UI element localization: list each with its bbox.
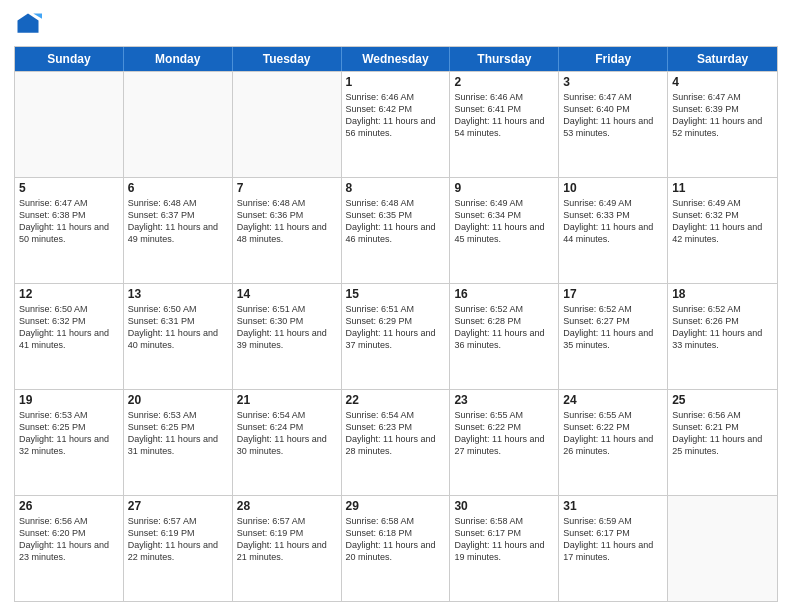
- calendar-cell: 30Sunrise: 6:58 AM Sunset: 6:17 PM Dayli…: [450, 496, 559, 601]
- calendar-cell: 22Sunrise: 6:54 AM Sunset: 6:23 PM Dayli…: [342, 390, 451, 495]
- day-info: Sunrise: 6:52 AM Sunset: 6:26 PM Dayligh…: [672, 303, 773, 352]
- day-info: Sunrise: 6:49 AM Sunset: 6:34 PM Dayligh…: [454, 197, 554, 246]
- calendar-cell: [233, 72, 342, 177]
- day-number: 3: [563, 75, 663, 89]
- day-number: 6: [128, 181, 228, 195]
- day-number: 10: [563, 181, 663, 195]
- calendar: SundayMondayTuesdayWednesdayThursdayFrid…: [14, 46, 778, 602]
- calendar-cell: 21Sunrise: 6:54 AM Sunset: 6:24 PM Dayli…: [233, 390, 342, 495]
- calendar-cell: 10Sunrise: 6:49 AM Sunset: 6:33 PM Dayli…: [559, 178, 668, 283]
- calendar-body: 1Sunrise: 6:46 AM Sunset: 6:42 PM Daylig…: [15, 71, 777, 601]
- day-info: Sunrise: 6:55 AM Sunset: 6:22 PM Dayligh…: [454, 409, 554, 458]
- day-number: 9: [454, 181, 554, 195]
- calendar-cell: 7Sunrise: 6:48 AM Sunset: 6:36 PM Daylig…: [233, 178, 342, 283]
- day-number: 4: [672, 75, 773, 89]
- calendar-cell: [668, 496, 777, 601]
- calendar-cell: 28Sunrise: 6:57 AM Sunset: 6:19 PM Dayli…: [233, 496, 342, 601]
- day-info: Sunrise: 6:47 AM Sunset: 6:40 PM Dayligh…: [563, 91, 663, 140]
- weekday-header: Thursday: [450, 47, 559, 71]
- day-info: Sunrise: 6:46 AM Sunset: 6:42 PM Dayligh…: [346, 91, 446, 140]
- day-number: 22: [346, 393, 446, 407]
- day-info: Sunrise: 6:53 AM Sunset: 6:25 PM Dayligh…: [128, 409, 228, 458]
- day-info: Sunrise: 6:56 AM Sunset: 6:21 PM Dayligh…: [672, 409, 773, 458]
- calendar-cell: 18Sunrise: 6:52 AM Sunset: 6:26 PM Dayli…: [668, 284, 777, 389]
- day-number: 26: [19, 499, 119, 513]
- calendar-cell: 4Sunrise: 6:47 AM Sunset: 6:39 PM Daylig…: [668, 72, 777, 177]
- logo: [14, 10, 46, 38]
- day-info: Sunrise: 6:51 AM Sunset: 6:30 PM Dayligh…: [237, 303, 337, 352]
- calendar-cell: [124, 72, 233, 177]
- weekday-header: Saturday: [668, 47, 777, 71]
- day-info: Sunrise: 6:50 AM Sunset: 6:32 PM Dayligh…: [19, 303, 119, 352]
- calendar-cell: 11Sunrise: 6:49 AM Sunset: 6:32 PM Dayli…: [668, 178, 777, 283]
- day-number: 28: [237, 499, 337, 513]
- day-number: 12: [19, 287, 119, 301]
- calendar-cell: 20Sunrise: 6:53 AM Sunset: 6:25 PM Dayli…: [124, 390, 233, 495]
- day-number: 23: [454, 393, 554, 407]
- day-info: Sunrise: 6:48 AM Sunset: 6:35 PM Dayligh…: [346, 197, 446, 246]
- calendar-cell: 13Sunrise: 6:50 AM Sunset: 6:31 PM Dayli…: [124, 284, 233, 389]
- calendar-cell: 23Sunrise: 6:55 AM Sunset: 6:22 PM Dayli…: [450, 390, 559, 495]
- page-header: [14, 10, 778, 38]
- weekday-header: Wednesday: [342, 47, 451, 71]
- day-number: 24: [563, 393, 663, 407]
- day-info: Sunrise: 6:52 AM Sunset: 6:28 PM Dayligh…: [454, 303, 554, 352]
- day-number: 11: [672, 181, 773, 195]
- calendar-cell: 1Sunrise: 6:46 AM Sunset: 6:42 PM Daylig…: [342, 72, 451, 177]
- day-info: Sunrise: 6:57 AM Sunset: 6:19 PM Dayligh…: [237, 515, 337, 564]
- calendar-cell: 15Sunrise: 6:51 AM Sunset: 6:29 PM Dayli…: [342, 284, 451, 389]
- calendar-cell: 16Sunrise: 6:52 AM Sunset: 6:28 PM Dayli…: [450, 284, 559, 389]
- day-number: 31: [563, 499, 663, 513]
- day-number: 5: [19, 181, 119, 195]
- day-number: 18: [672, 287, 773, 301]
- weekday-header: Monday: [124, 47, 233, 71]
- calendar-cell: 29Sunrise: 6:58 AM Sunset: 6:18 PM Dayli…: [342, 496, 451, 601]
- calendar-row: 26Sunrise: 6:56 AM Sunset: 6:20 PM Dayli…: [15, 495, 777, 601]
- day-number: 14: [237, 287, 337, 301]
- calendar-cell: 12Sunrise: 6:50 AM Sunset: 6:32 PM Dayli…: [15, 284, 124, 389]
- svg-marker-0: [18, 14, 39, 33]
- day-info: Sunrise: 6:46 AM Sunset: 6:41 PM Dayligh…: [454, 91, 554, 140]
- day-number: 20: [128, 393, 228, 407]
- day-number: 21: [237, 393, 337, 407]
- day-number: 30: [454, 499, 554, 513]
- logo-icon: [14, 10, 42, 38]
- day-number: 17: [563, 287, 663, 301]
- day-info: Sunrise: 6:54 AM Sunset: 6:23 PM Dayligh…: [346, 409, 446, 458]
- calendar-cell: 8Sunrise: 6:48 AM Sunset: 6:35 PM Daylig…: [342, 178, 451, 283]
- calendar-cell: 24Sunrise: 6:55 AM Sunset: 6:22 PM Dayli…: [559, 390, 668, 495]
- day-number: 13: [128, 287, 228, 301]
- weekday-header: Sunday: [15, 47, 124, 71]
- day-info: Sunrise: 6:56 AM Sunset: 6:20 PM Dayligh…: [19, 515, 119, 564]
- day-number: 15: [346, 287, 446, 301]
- day-info: Sunrise: 6:58 AM Sunset: 6:18 PM Dayligh…: [346, 515, 446, 564]
- day-info: Sunrise: 6:59 AM Sunset: 6:17 PM Dayligh…: [563, 515, 663, 564]
- calendar-cell: 27Sunrise: 6:57 AM Sunset: 6:19 PM Dayli…: [124, 496, 233, 601]
- calendar-cell: 3Sunrise: 6:47 AM Sunset: 6:40 PM Daylig…: [559, 72, 668, 177]
- day-number: 29: [346, 499, 446, 513]
- calendar-row: 1Sunrise: 6:46 AM Sunset: 6:42 PM Daylig…: [15, 71, 777, 177]
- day-info: Sunrise: 6:48 AM Sunset: 6:36 PM Dayligh…: [237, 197, 337, 246]
- calendar-cell: 2Sunrise: 6:46 AM Sunset: 6:41 PM Daylig…: [450, 72, 559, 177]
- day-info: Sunrise: 6:57 AM Sunset: 6:19 PM Dayligh…: [128, 515, 228, 564]
- day-number: 25: [672, 393, 773, 407]
- calendar-cell: 14Sunrise: 6:51 AM Sunset: 6:30 PM Dayli…: [233, 284, 342, 389]
- calendar-header: SundayMondayTuesdayWednesdayThursdayFrid…: [15, 47, 777, 71]
- calendar-cell: [15, 72, 124, 177]
- calendar-row: 19Sunrise: 6:53 AM Sunset: 6:25 PM Dayli…: [15, 389, 777, 495]
- calendar-row: 5Sunrise: 6:47 AM Sunset: 6:38 PM Daylig…: [15, 177, 777, 283]
- calendar-cell: 25Sunrise: 6:56 AM Sunset: 6:21 PM Dayli…: [668, 390, 777, 495]
- day-number: 2: [454, 75, 554, 89]
- day-info: Sunrise: 6:50 AM Sunset: 6:31 PM Dayligh…: [128, 303, 228, 352]
- calendar-cell: 6Sunrise: 6:48 AM Sunset: 6:37 PM Daylig…: [124, 178, 233, 283]
- day-info: Sunrise: 6:54 AM Sunset: 6:24 PM Dayligh…: [237, 409, 337, 458]
- day-info: Sunrise: 6:52 AM Sunset: 6:27 PM Dayligh…: [563, 303, 663, 352]
- day-number: 16: [454, 287, 554, 301]
- day-info: Sunrise: 6:55 AM Sunset: 6:22 PM Dayligh…: [563, 409, 663, 458]
- calendar-cell: 19Sunrise: 6:53 AM Sunset: 6:25 PM Dayli…: [15, 390, 124, 495]
- day-number: 27: [128, 499, 228, 513]
- day-info: Sunrise: 6:47 AM Sunset: 6:39 PM Dayligh…: [672, 91, 773, 140]
- day-info: Sunrise: 6:49 AM Sunset: 6:32 PM Dayligh…: [672, 197, 773, 246]
- weekday-header: Friday: [559, 47, 668, 71]
- day-number: 7: [237, 181, 337, 195]
